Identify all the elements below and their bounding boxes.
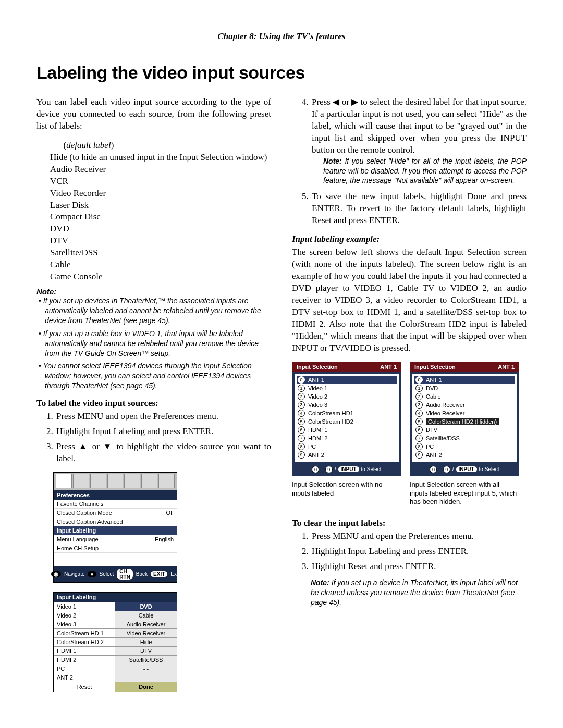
right-steps: Press ◀ or ▶ to select the desired label… [292, 96, 527, 227]
note-heading: Note: [36, 287, 271, 296]
list-item: 4ColorStream HD1 [297, 409, 397, 417]
step-item: Press MENU and open the Preferences menu… [311, 530, 527, 542]
example-paragraph: The screen below left shows the default … [292, 246, 527, 354]
screen-title: Input Selection [297, 364, 338, 370]
menu-row-label: Favorite Channels [57, 501, 103, 507]
menu-row: Closed Caption ModeOff [54, 509, 177, 517]
to-clear-heading: To clear the input labels: [292, 518, 527, 528]
item-label: Video 3 [308, 402, 327, 408]
list-item: 2Video 2 [297, 392, 397, 401]
note-label: Note: [311, 578, 329, 587]
item-label: HDMI 1 [308, 427, 327, 433]
table-label: DTV [115, 647, 177, 655]
table-source: ColorStream HD 1 [54, 629, 115, 637]
label-item: Audio Receiver [50, 164, 271, 176]
screen-ant-badge: ANT 1 [380, 364, 397, 370]
list-item: 6DTV [414, 426, 515, 434]
label-item: Laser Disk [50, 200, 271, 212]
table-label: Hide [115, 638, 177, 646]
step-item: Press MENU and open the Preferences menu… [55, 411, 271, 423]
table-row: HDMI 1DTV [54, 646, 177, 655]
table-source: HDMI 2 [54, 656, 115, 664]
menu-row: Menu LanguageEnglish [54, 535, 177, 544]
table-row: Video 3Audio Receiver [54, 620, 177, 628]
table-source: HDMI 1 [54, 647, 115, 655]
table-label: - - [115, 673, 177, 682]
note-body: If you set up a device in TheaterNet, it… [311, 578, 518, 607]
menu-tab-icon [124, 474, 140, 488]
label-item: VCR [50, 176, 271, 188]
list-item: 1DVD [414, 384, 515, 392]
list-item: 7HDMI 2 [297, 434, 397, 442]
footer-select: Select [100, 571, 114, 577]
footer-num: 0 [312, 466, 319, 473]
table-footer-row: Reset Done [54, 682, 177, 692]
table-source: PC [54, 664, 115, 673]
chapter-header: Chapter 8: Using the TV's features [36, 31, 527, 42]
reset-button: Reset [54, 682, 115, 692]
menu-row-label: Input Labeling [57, 527, 96, 534]
screen-caption-left: Input Selection screen with no inputs la… [292, 480, 401, 507]
list-item: 8PC [414, 442, 515, 451]
screen-footer: 0 - 9 / INPUT to Select [410, 464, 519, 476]
item-label: Cable [426, 393, 441, 400]
label-item: DVD [50, 223, 271, 235]
item-label: HDMI 2 [308, 435, 327, 441]
item-label: ANT 1 [426, 377, 442, 383]
menu-tab-icon [141, 474, 157, 488]
step-item: Press ▲ or ▼ to highlight the video sour… [55, 441, 271, 465]
list-item: 3Audio Receiver [414, 401, 515, 409]
step-item: Press ◀ or ▶ to select the desired label… [311, 96, 527, 186]
input-labeling-header: Input Labeling [54, 593, 177, 602]
table-label: Satellite/DSS [115, 656, 177, 664]
list-item: 7Satellite/DSS [414, 434, 515, 442]
label-item: Compact Disc [50, 211, 271, 223]
intro-paragraph: You can label each video input source ac… [36, 96, 271, 132]
input-selection-screen-default: Input SelectionANT 1 0ANT 1 1Video 1 2Vi… [292, 362, 401, 476]
label-steps: Press MENU and open the Preferences menu… [36, 411, 271, 465]
table-label: Video Receiver [115, 629, 177, 637]
item-label: DVD [426, 385, 438, 391]
note-item: You cannot select IEEE1394 devices throu… [45, 361, 271, 391]
item-label: PC [426, 443, 434, 450]
menu-footer: ◉Navigate ●Select CH RTNBack EXITExit [54, 566, 177, 582]
item-label: ANT 1 [308, 377, 324, 383]
table-source: Video 2 [54, 611, 115, 620]
list-item: 5ColorStream HD2 [297, 417, 397, 426]
list-item: 1Video 1 [297, 384, 397, 392]
list-item: 6HDMI 1 [297, 426, 397, 434]
item-label: Video 1 [308, 385, 327, 391]
note-label: Note: [323, 157, 342, 165]
table-label: Audio Receiver [115, 620, 177, 628]
clear-note: Note: If you set up a device in TheaterN… [311, 578, 527, 608]
label-item: Satellite/DSS [50, 247, 271, 259]
list-item: 4Video Receiver [414, 409, 515, 417]
list-item: 0ANT 1 [297, 376, 397, 384]
page-title: Labeling the video input sources [36, 63, 527, 83]
list-item: 8PC [297, 442, 397, 451]
footer-num: 9 [325, 466, 333, 473]
footer-key: INPUT [338, 466, 359, 472]
item-label: Video Receiver [426, 410, 464, 416]
default-label-dashes: – – ( [50, 140, 66, 150]
table-source: ANT 2 [54, 673, 115, 682]
item-label: PC [308, 443, 316, 450]
list-item: 0ANT 1 [414, 376, 515, 384]
footer-back: Back [136, 571, 148, 577]
table-label: DVD [115, 602, 177, 611]
clear-steps: Press MENU and open the Preferences menu… [292, 530, 527, 573]
screen-footer: 0 - 9 / INPUT to Select [292, 464, 401, 476]
menu-tab-bar [54, 473, 177, 490]
menu-tab-icon [107, 474, 124, 488]
menu-row: Favorite Channels [54, 500, 177, 509]
menu-tab-icon [158, 474, 175, 488]
step-item: Highlight Input Labeling and press ENTER… [311, 546, 527, 558]
to-label-heading: To label the video input sources: [36, 398, 271, 409]
screen-ant-badge: ANT 1 [498, 364, 515, 370]
item-label: Audio Receiver [426, 402, 465, 408]
table-source: Video 3 [54, 620, 115, 628]
list-item: 9ANT 2 [297, 451, 397, 459]
menu-row: Home CH Setup [54, 544, 177, 553]
note-list: If you set up devices in TheaterNet,™ th… [36, 296, 271, 391]
list-item: 2Cable [414, 392, 515, 401]
